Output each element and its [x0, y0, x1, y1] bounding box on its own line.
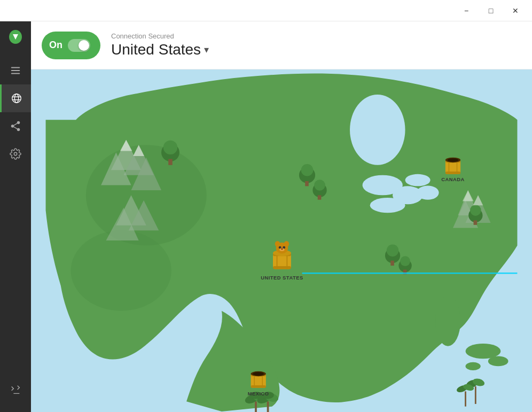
- sidebar-item-collapse[interactable]: [0, 376, 31, 403]
- content-area: On Connection Secured United States ▾: [31, 21, 532, 412]
- svg-point-49: [387, 245, 399, 257]
- toggle-switch: [68, 39, 90, 52]
- minimize-button[interactable]: −: [454, 0, 479, 21]
- sidebar-item-globe[interactable]: [0, 84, 31, 112]
- connection-status: Connection Secured: [111, 32, 209, 40]
- map-svg: UNITED STATES CANADA: [31, 69, 532, 412]
- svg-point-52: [400, 256, 410, 266]
- sidebar-item-settings[interactable]: [0, 140, 31, 168]
- svg-rect-75: [273, 266, 291, 269]
- close-button[interactable]: ✕: [503, 0, 528, 21]
- svg-point-7: [17, 121, 20, 125]
- svg-text:UNITED STATES: UNITED STATES: [261, 275, 303, 281]
- svg-point-40: [301, 164, 314, 176]
- svg-text:MEXICO: MEXICO: [248, 391, 269, 397]
- sidebar-item-menu[interactable]: [0, 57, 31, 84]
- svg-rect-47: [474, 220, 478, 224]
- sidebar-nav: [0, 57, 31, 168]
- map-container: UNITED STATES CANADA: [31, 69, 532, 412]
- svg-point-18: [370, 198, 405, 213]
- svg-point-43: [314, 180, 325, 191]
- toggle-knob: [79, 40, 89, 51]
- svg-rect-97: [251, 385, 266, 388]
- connection-location[interactable]: United States ▾: [111, 41, 209, 58]
- svg-rect-1: [11, 70, 20, 71]
- svg-point-4: [14, 94, 18, 103]
- svg-point-85: [281, 248, 283, 250]
- svg-point-101: [253, 372, 264, 376]
- svg-point-25: [466, 362, 481, 370]
- svg-point-21: [350, 95, 405, 165]
- connection-info: Connection Secured United States ▾: [111, 32, 209, 58]
- svg-point-12: [14, 152, 17, 156]
- svg-point-46: [470, 205, 481, 216]
- svg-point-81: [284, 241, 289, 247]
- svg-point-19: [405, 174, 431, 186]
- app-logo[interactable]: [0, 21, 31, 52]
- svg-point-15: [71, 230, 171, 311]
- svg-text:CANADA: CANADA: [441, 176, 465, 182]
- svg-point-8: [11, 125, 14, 128]
- sidebar-bottom: [0, 376, 31, 403]
- title-bar: − □ ✕: [0, 0, 532, 21]
- svg-point-80: [275, 241, 280, 247]
- svg-rect-89: [445, 172, 460, 174]
- location-name: United States: [111, 41, 201, 58]
- vpn-toggle[interactable]: On: [42, 32, 100, 59]
- svg-rect-2: [11, 73, 20, 74]
- svg-point-22: [435, 296, 460, 346]
- sidebar-item-share[interactable]: [0, 112, 31, 140]
- svg-rect-44: [318, 195, 322, 199]
- svg-point-20: [417, 185, 439, 199]
- chevron-down-icon: ▾: [204, 44, 209, 56]
- svg-line-11: [14, 123, 17, 126]
- svg-line-10: [14, 127, 17, 129]
- svg-point-37: [163, 141, 177, 154]
- svg-point-3: [12, 94, 21, 103]
- header: On Connection Secured United States ▾: [31, 21, 532, 69]
- svg-rect-41: [305, 181, 309, 186]
- svg-point-93: [448, 158, 459, 162]
- svg-point-24: [488, 356, 508, 367]
- svg-rect-38: [168, 159, 173, 165]
- svg-rect-0: [11, 67, 20, 68]
- toggle-label: On: [49, 40, 62, 51]
- app-body: On Connection Secured United States ▾: [0, 21, 532, 412]
- svg-point-9: [17, 128, 20, 131]
- maximize-button[interactable]: □: [479, 0, 503, 21]
- svg-rect-50: [390, 261, 394, 266]
- sidebar: [0, 21, 31, 412]
